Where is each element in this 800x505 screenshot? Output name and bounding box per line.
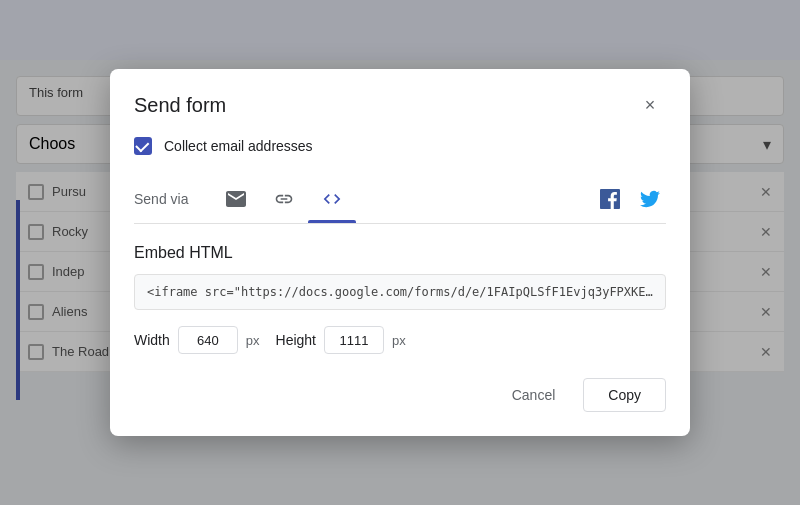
collect-email-row: Collect email addresses <box>134 137 666 155</box>
width-input[interactable] <box>178 326 238 354</box>
collect-email-checkbox[interactable] <box>134 137 152 155</box>
modal-title: Send form <box>134 94 226 117</box>
envelope-icon <box>226 191 246 207</box>
height-unit: px <box>392 333 406 348</box>
modal-body: Collect email addresses Send via <box>110 137 690 436</box>
close-button[interactable]: × <box>634 89 666 121</box>
twitter-icon[interactable] <box>634 183 666 215</box>
tab-embed[interactable] <box>308 175 356 223</box>
send-via-label: Send via <box>134 191 188 207</box>
collect-email-label: Collect email addresses <box>164 138 313 154</box>
social-icons <box>594 183 666 215</box>
cancel-button[interactable]: Cancel <box>492 379 576 411</box>
send-form-modal: Send form × Collect email addresses Send… <box>110 69 690 436</box>
width-label: Width <box>134 332 170 348</box>
facebook-icon[interactable] <box>594 183 626 215</box>
height-group: Height px <box>276 326 406 354</box>
height-label: Height <box>276 332 316 348</box>
link-icon <box>274 189 294 209</box>
tab-icons <box>212 175 356 223</box>
width-group: Width px <box>134 326 260 354</box>
embed-section: Embed HTML <iframe src="https://docs.goo… <box>134 224 666 412</box>
copy-button[interactable]: Copy <box>583 378 666 412</box>
width-unit: px <box>246 333 260 348</box>
tab-link[interactable] <box>260 175 308 223</box>
embed-title: Embed HTML <box>134 244 666 262</box>
tab-email[interactable] <box>212 175 260 223</box>
dimensions-row: Width px Height px <box>134 326 666 354</box>
send-via-row: Send via <box>134 175 666 224</box>
code-icon <box>322 189 342 209</box>
modal-header: Send form × <box>110 69 690 137</box>
embed-code-box[interactable]: <iframe src="https://docs.google.com/for… <box>134 274 666 310</box>
modal-overlay: Send form × Collect email addresses Send… <box>0 0 800 505</box>
modal-footer: Cancel Copy <box>134 378 666 412</box>
height-input[interactable] <box>324 326 384 354</box>
